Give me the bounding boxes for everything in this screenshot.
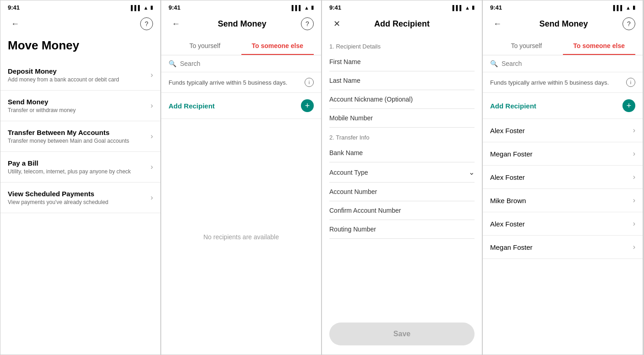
form-mobile[interactable]: Mobile Number: [329, 109, 475, 128]
screen-add-recipient: 9:41 ▌▌▌ ▲ ▮ ✕ Add Recipient 1. Recipien…: [322, 0, 482, 355]
save-button[interactable]: Save: [329, 323, 475, 345]
back-button-2[interactable]: ←: [169, 16, 183, 31]
help-button-4[interactable]: ?: [622, 17, 635, 30]
status-icons-4: ▌▌▌ ▲ ▮: [613, 5, 635, 11]
chevron-icon-send: ›: [151, 102, 153, 110]
wifi-icon-2: ▲: [304, 5, 309, 11]
screen2-title: Send Money: [218, 19, 266, 29]
status-time-4: 9:41: [490, 4, 502, 11]
signal-icon-2: ▌▌▌: [292, 5, 302, 11]
screen4-title: Send Money: [539, 19, 588, 29]
screen-send-money-recipients: 9:41 ▌▌▌ ▲ ▮ ← Send Money ? To yourself …: [482, 0, 643, 355]
form-section1-label: 1. Recipient Details: [322, 37, 482, 53]
add-recipient-btn-4[interactable]: +: [622, 99, 635, 112]
signal-icon-4: ▌▌▌: [613, 5, 624, 11]
recipient-name-0: Alex Foster: [490, 127, 525, 134]
close-button-3[interactable]: ✕: [329, 16, 344, 31]
form-content: 1. Recipient Details First Name Last Nam…: [322, 37, 482, 313]
form-account-number[interactable]: Account Number: [329, 183, 475, 201]
status-bar-3: 9:41 ▌▌▌ ▲ ▮: [322, 0, 482, 13]
recipient-name-5: Megan Foster: [490, 243, 533, 251]
form-confirm-account[interactable]: Confirm Account Number: [329, 201, 475, 220]
routing-number-text: Routing Number: [329, 226, 376, 233]
nav-header-2: ← Send Money ?: [161, 13, 321, 37]
chevron-icon-bill: ›: [151, 163, 153, 171]
add-recipient-btn-2[interactable]: +: [301, 99, 314, 112]
status-time-1: 9:41: [8, 4, 20, 11]
last-name-text: Last Name: [329, 77, 360, 84]
status-time-2: 9:41: [169, 4, 180, 11]
menu-item-deposit[interactable]: Deposit Money Add money from a bank acco…: [0, 60, 160, 91]
recipient-item-0[interactable]: Alex Foster ›: [483, 119, 643, 142]
status-icons-3: ▌▌▌ ▲ ▮: [453, 5, 475, 11]
nav-header-3: ✕ Add Recipient: [322, 13, 482, 37]
tabs-2: To yourself To someone else: [161, 37, 321, 55]
chevron-recipient-1: ›: [633, 150, 635, 158]
back-button-4[interactable]: ←: [490, 16, 505, 31]
chevron-recipient-5: ›: [633, 243, 635, 251]
menu-item-bill[interactable]: Pay a Bill Utility, telecom, internet, p…: [0, 152, 160, 183]
menu-item-title-bill: Pay a Bill: [8, 159, 147, 167]
menu-item-transfer[interactable]: Transfer Between My Accounts Transfer mo…: [0, 121, 160, 152]
menu-item-subtitle-deposit: Add money from a bank account or debit c…: [8, 76, 147, 83]
info-icon-2[interactable]: i: [305, 78, 314, 87]
chevron-recipient-2: ›: [633, 173, 635, 181]
add-recipient-label-4[interactable]: Add Recipient: [490, 102, 536, 110]
mobile-text: Mobile Number: [329, 114, 373, 122]
search-input-4[interactable]: [502, 60, 635, 67]
chevron-recipient-3: ›: [633, 196, 635, 204]
menu-item-title-send: Send Money: [8, 98, 147, 106]
recipient-item-3[interactable]: Mike Brown ›: [483, 189, 643, 212]
status-icons-1: ▌▌▌ ▲ ▮: [131, 5, 153, 11]
search-bar-4: 🔍: [483, 55, 643, 72]
tabs-4: To yourself To someone else: [483, 37, 643, 55]
status-icons-2: ▌▌▌ ▲ ▮: [292, 5, 314, 11]
help-button-1[interactable]: ?: [140, 17, 153, 30]
wifi-icon-3: ▲: [465, 5, 470, 11]
back-button-1[interactable]: ←: [8, 16, 22, 31]
tab-to-someone-4[interactable]: To someone else: [563, 37, 636, 55]
first-name-text: First Name: [329, 58, 360, 65]
search-icon-2: 🔍: [169, 60, 176, 67]
info-bar-2: Funds typically arrive within 5 business…: [161, 72, 321, 93]
dropdown-icon: ⌄: [469, 168, 475, 177]
menu-item-subtitle-send: Transfer or withdraw money: [8, 107, 147, 113]
form-last-name[interactable]: Last Name: [329, 71, 475, 90]
chevron-icon-transfer: ›: [151, 132, 153, 140]
wifi-icon-1: ▲: [143, 5, 148, 11]
form-bank-name[interactable]: Bank Name: [329, 144, 475, 162]
add-recipient-label-2[interactable]: Add Recipient: [169, 102, 215, 110]
form-account-type[interactable]: Account Type ⌄: [329, 162, 475, 183]
recipient-item-1[interactable]: Megan Foster ›: [483, 142, 643, 166]
battery-icon-1: ▮: [150, 5, 153, 11]
form-nickname[interactable]: Account Nickname (Optional): [329, 90, 475, 109]
search-input-2[interactable]: [180, 60, 314, 67]
account-type-text: Account Type: [329, 169, 368, 176]
menu-item-subtitle-transfer: Transfer money between Main and Goal acc…: [8, 138, 147, 144]
recipient-name-1: Megan Foster: [490, 150, 533, 158]
status-time-3: 9:41: [329, 4, 341, 11]
tab-to-yourself-2[interactable]: To yourself: [169, 37, 241, 55]
menu-item-title-scheduled: View Scheduled Payments: [8, 190, 147, 198]
form-section2-label: 2. Transfer Info: [322, 128, 482, 144]
menu-item-scheduled[interactable]: View Scheduled Payments View payments yo…: [0, 183, 160, 213]
tab-to-someone-2[interactable]: To someone else: [241, 37, 314, 55]
bank-name-text: Bank Name: [329, 149, 363, 156]
page-title-1: Move Money: [0, 37, 160, 60]
signal-icon-1: ▌▌▌: [131, 5, 142, 11]
recipient-item-5[interactable]: Megan Foster ›: [483, 236, 643, 259]
screen3-title: Add Recipient: [374, 19, 430, 29]
battery-icon-3: ▮: [472, 5, 475, 11]
recipient-item-2[interactable]: Alex Foster ›: [483, 166, 643, 189]
status-bar-2: 9:41 ▌▌▌ ▲ ▮: [161, 0, 321, 13]
menu-item-subtitle-scheduled: View payments you've already scheduled: [8, 199, 147, 205]
help-button-2[interactable]: ?: [301, 17, 314, 30]
recipient-item-4[interactable]: Alex Foster ›: [483, 212, 643, 236]
tab-to-yourself-4[interactable]: To yourself: [490, 37, 563, 55]
menu-item-send[interactable]: Send Money Transfer or withdraw money ›: [0, 91, 160, 121]
form-routing-number[interactable]: Routing Number: [329, 220, 475, 239]
signal-icon-3: ▌▌▌: [453, 5, 463, 11]
form-first-name[interactable]: First Name: [329, 53, 475, 71]
info-icon-4[interactable]: i: [626, 78, 635, 87]
info-text-4: Funds typically arrive within 5 business…: [490, 79, 609, 86]
